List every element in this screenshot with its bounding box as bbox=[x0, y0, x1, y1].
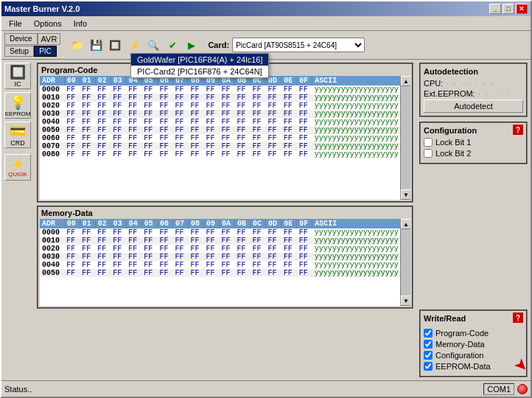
mem-scrollbar-down-btn[interactable]: ▼ bbox=[401, 296, 410, 306]
table-row[interactable]: 0000FFFFFFFFFFFFFFFFFFFFFFFFFFFFFFFFyyyy… bbox=[40, 85, 410, 94]
menu-options[interactable]: Options bbox=[29, 18, 66, 29]
quick-button[interactable]: ⚡ QUIOK bbox=[4, 154, 31, 181]
memory-data-title: Memory-Data bbox=[38, 207, 412, 219]
memory-data-body: 0000FFFFFFFFFFFFFFFFFFFFFFFFFFFFFFFFyyyy… bbox=[40, 228, 410, 277]
configuration-check-label: Configuration bbox=[435, 351, 483, 360]
program-code-group: Program-Code ADR 00010203 04050607 08090… bbox=[37, 63, 413, 203]
table-row[interactable]: 0040FFFFFFFFFFFFFFFFFFFFFFFFFFFFFFFFyyyy… bbox=[40, 118, 410, 126]
table-row[interactable]: 0050FFFFFFFFFFFFFFFFFFFFFFFFFFFFFFFFyyyy… bbox=[40, 269, 410, 277]
menu-bar: File Options Info bbox=[1, 16, 531, 31]
pic-dropdown-popup[interactable]: GoldWafer [PIC16F84(A) + 24lc16] PIC-Car… bbox=[130, 53, 269, 78]
save-icon: 💾 bbox=[90, 39, 102, 51]
eeprom-data-check-row: EEPROM-Data bbox=[424, 362, 523, 371]
memory-data-check-row: Memory-Data bbox=[424, 340, 523, 349]
program-code-table-container: ADR 00010203 04050607 08090A0B 0C0D0E0F … bbox=[40, 76, 410, 200]
memory-data-scrollbar[interactable]: ▲ ▼ bbox=[400, 219, 410, 306]
lock-bit-1-label: Lock Bit 1 bbox=[435, 138, 471, 147]
mem-scrollbar-track[interactable] bbox=[401, 229, 410, 296]
configuration-group: Configuration ? Lock Bit 1 Lock Bit 2 bbox=[419, 122, 528, 164]
toolbar-btn-3[interactable]: 🔲 bbox=[106, 37, 124, 53]
toolbar-btn-7[interactable]: ▶ bbox=[183, 37, 200, 53]
toolbar-btn-4[interactable]: ⚡ bbox=[125, 37, 143, 53]
table-row[interactable]: 0050FFFFFFFFFFFFFFFFFFFFFFFFFFFFFFFFyyyy… bbox=[40, 126, 410, 134]
memory-data-checkbox[interactable] bbox=[424, 340, 433, 349]
table-row[interactable]: 0030FFFFFFFFFFFFFFFFFFFFFFFFFFFFFFFFyyyy… bbox=[40, 110, 410, 118]
window-title: Master Burner V.2.0 bbox=[4, 4, 80, 13]
scrollbar-down-btn[interactable]: ▼ bbox=[401, 189, 410, 200]
status-led bbox=[517, 384, 528, 394]
crd-icon: 💳 bbox=[10, 123, 26, 139]
memory-data-group: Memory-Data ADR 00010203 04050607 08090A… bbox=[37, 206, 413, 309]
right-panel: Autodetection CPU: · · · · · · · Ext.EEP… bbox=[416, 60, 531, 380]
card-label: Card: bbox=[208, 41, 229, 49]
menu-info[interactable]: Info bbox=[69, 18, 91, 29]
avr-selector[interactable]: AVR bbox=[38, 33, 61, 45]
autodetection-title: Autodetection bbox=[424, 67, 523, 76]
program-code-body: 0000FFFFFFFFFFFFFFFFFFFFFFFFFFFFFFFFyyyy… bbox=[40, 85, 410, 158]
table-row[interactable]: 0040FFFFFFFFFFFFFFFFFFFFFFFFFFFFFFFFyyyy… bbox=[40, 261, 410, 269]
lock-bit-2-label: Lock Bit 2 bbox=[435, 149, 471, 158]
table-row[interactable]: 0030FFFFFFFFFFFFFFFFFFFFFFFFFFFFFFFFyyyy… bbox=[40, 253, 410, 261]
title-bar-buttons: _ □ ✕ bbox=[489, 4, 528, 14]
program-code-check-row: Program-Code bbox=[424, 329, 523, 338]
table-row[interactable]: 0000FFFFFFFFFFFFFFFFFFFFFFFFFFFFFFFFyyyy… bbox=[40, 228, 410, 237]
eeprom-label: EEPROM bbox=[5, 111, 31, 117]
memory-data-table: ADR 00010203 04050607 08090A0B 0C0D0E0F … bbox=[40, 219, 410, 277]
configuration-help-badge[interactable]: ? bbox=[513, 125, 523, 135]
configuration-checkbox[interactable] bbox=[424, 351, 433, 360]
flash-icon: ⚡ bbox=[128, 40, 140, 51]
open-file-button[interactable]: 📁 bbox=[68, 37, 85, 53]
mem-col-adr: ADR bbox=[40, 219, 64, 228]
table-row[interactable]: 0020FFFFFFFFFFFFFFFFFFFFFFFFFFFFFFFFyyyy… bbox=[40, 102, 410, 110]
table-row[interactable]: 0010FFFFFFFFFFFFFFFFFFFFFFFFFFFFFFFFyyyy… bbox=[40, 237, 410, 245]
toolbar-btn-5[interactable]: 🔍 bbox=[144, 37, 162, 53]
program-code-scrollbar[interactable]: ▲ ▼ bbox=[400, 76, 410, 200]
table-row[interactable]: 0060FFFFFFFFFFFFFFFFFFFFFFFFFFFFFFFFyyyy… bbox=[40, 134, 410, 142]
col-adr: ADR bbox=[40, 76, 64, 85]
ext-eeprom-dots: · · · · · bbox=[478, 89, 512, 98]
menu-file[interactable]: File bbox=[4, 18, 27, 29]
configuration-title: Configuration bbox=[424, 126, 523, 135]
dropdown-item-0[interactable]: GoldWafer [PIC16F84(A) + 24lc16] bbox=[131, 54, 268, 66]
ext-eeprom-row: Ext.EEPROM: · · · · · bbox=[424, 89, 523, 98]
mem-scrollbar-up-btn[interactable]: ▲ bbox=[401, 219, 410, 229]
tab-setup[interactable]: Setup bbox=[4, 46, 34, 57]
table-row[interactable]: 0020FFFFFFFFFFFFFFFFFFFFFFFFFFFFFFFFyyyy… bbox=[40, 245, 410, 253]
lock-bit-2-row: Lock Bit 2 bbox=[424, 149, 523, 158]
maximize-button[interactable]: □ bbox=[503, 4, 514, 14]
minimize-button[interactable]: _ bbox=[489, 4, 501, 14]
write-read-help-badge[interactable]: ? bbox=[513, 313, 523, 323]
status-bar: Status.. COM1 bbox=[1, 380, 531, 397]
table-row[interactable]: 0070FFFFFFFFFFFFFFFFFFFFFFFFFFFFFFFFyyyy… bbox=[40, 142, 410, 150]
lock-bit-1-row: Lock Bit 1 bbox=[424, 138, 523, 147]
search-icon: 🔍 bbox=[147, 40, 159, 51]
close-button[interactable]: ✕ bbox=[516, 4, 528, 14]
status-text: Status.. bbox=[4, 385, 480, 394]
write-read-title: Write/Read bbox=[424, 314, 466, 323]
table-row[interactable]: 0080FFFFFFFFFFFFFFFFFFFFFFFFFFFFFFFFyyyy… bbox=[40, 150, 410, 158]
program-code-checkbox[interactable] bbox=[424, 329, 433, 338]
ic-button[interactable]: 🔲 IC bbox=[4, 63, 31, 89]
pic-selector[interactable]: PIC bbox=[34, 46, 57, 57]
scrollbar-up-btn[interactable]: ▲ bbox=[401, 76, 410, 86]
dropdown-item-1[interactable]: PIC-Card2 [PIC16F876 + 24C64N] bbox=[131, 66, 268, 77]
cpu-dots: · · · · · · · bbox=[446, 79, 494, 88]
center-panel: Program-Code ADR 00010203 04050607 08090… bbox=[34, 60, 416, 380]
card-dropdown[interactable]: PicCard [AT90S8515 + 24C64] bbox=[232, 38, 365, 52]
save-file-button[interactable]: 💾 bbox=[87, 37, 105, 53]
card-selector-area: Card: PicCard [AT90S8515 + 24C64] bbox=[208, 38, 528, 52]
eeprom-button[interactable]: 💡 EEPROM bbox=[4, 92, 31, 119]
table-row[interactable]: 0010FFFFFFFFFFFFFFFFFFFFFFFFFFFFFFFFyyyy… bbox=[40, 94, 410, 102]
lock-bit-2-checkbox[interactable] bbox=[424, 149, 433, 158]
ext-eeprom-label: Ext.EEPROM: bbox=[424, 89, 475, 98]
toolbar-btn-6[interactable]: ✔ bbox=[164, 37, 181, 53]
autodetect-button[interactable]: Autodetect bbox=[424, 100, 523, 113]
scrollbar-track[interactable] bbox=[401, 86, 410, 189]
eeprom-icon: 💡 bbox=[10, 94, 26, 111]
tab-device[interactable]: Device bbox=[4, 33, 38, 45]
crd-button[interactable]: 💳 CRD bbox=[4, 122, 31, 148]
lock-bit-1-checkbox[interactable] bbox=[424, 138, 433, 147]
quick-label: QUIOK bbox=[8, 171, 27, 178]
memory-data-check-label: Memory-Data bbox=[435, 340, 485, 349]
eeprom-data-checkbox[interactable] bbox=[424, 362, 433, 371]
